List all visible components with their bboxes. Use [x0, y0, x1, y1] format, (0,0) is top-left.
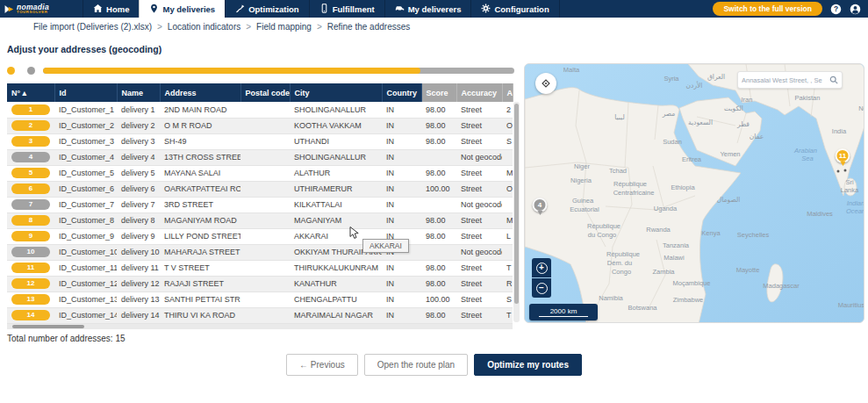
optimize-routes-button[interactable]: Optimize my routes — [474, 354, 582, 376]
table-row[interactable]: 7ID_Customer_7delivery 73RD STREETKILKAT… — [7, 197, 513, 212]
cell-country: IN — [382, 291, 421, 307]
tab-my-deliveries[interactable]: My deliveries — [139, 0, 225, 18]
car-icon — [395, 4, 405, 15]
cell-score: 98.00 — [421, 133, 456, 149]
cell-extra — [502, 149, 513, 165]
switch-full-version-button[interactable]: Switch to the full version — [713, 2, 822, 16]
table-row[interactable]: 4ID_Customer_4delivery 413TH CROSS STREE… — [7, 149, 513, 165]
column-header-id[interactable]: Id — [54, 83, 117, 102]
map-search-input[interactable] — [742, 76, 829, 84]
cluster-marker[interactable]: 11 — [836, 148, 850, 163]
table-row[interactable]: 3ID_Customer_3delivery 3SH-49UTHANDIIN98… — [7, 133, 513, 149]
row-number-badge: 1 — [11, 104, 50, 115]
breadcrumb-item[interactable]: Refine the addresses — [327, 22, 411, 32]
table-row[interactable]: 11ID_Customer_11delivery 11T V STREETTHI… — [7, 260, 513, 276]
address-dot-marker[interactable] — [844, 169, 847, 172]
cell-score: 98.00 — [421, 212, 456, 228]
column-header-postal-code[interactable]: Postal code — [240, 83, 290, 102]
row-number-badge: 5 — [11, 168, 50, 178]
breadcrumb-item[interactable]: File import (Deliveries (2).xlsx) — [33, 22, 152, 32]
row-number-badge: 2 — [11, 120, 50, 131]
column-header-accuracy[interactable]: Accuracy — [456, 83, 502, 102]
cell-city: SHOLINGANALLUR — [290, 149, 382, 165]
help-icon[interactable]: ? — [830, 4, 842, 15]
table-row[interactable]: 14ID_Customer_14delivery 14THIRU VI KA R… — [7, 307, 513, 323]
tab-fulfillment[interactable]: Fulfillment — [309, 0, 384, 18]
table-row[interactable]: 12ID_Customer_12delivery 12RAJAJI STREET… — [7, 276, 513, 291]
cell-score: 98.00 — [421, 228, 456, 244]
column-header-name[interactable]: Name — [117, 83, 160, 102]
geocoding-progress — [7, 67, 514, 75]
column-header-country[interactable]: Country — [382, 83, 421, 102]
cell-id: ID_Customer_11 — [54, 260, 117, 276]
cell-name: delivery 2 — [117, 118, 160, 133]
column-header-n-[interactable]: N° ▴ — [7, 83, 54, 102]
table-horizontal-scrollbar[interactable] — [7, 324, 513, 329]
cell-score: 98.00 — [421, 260, 456, 276]
cluster-marker[interactable]: 4 — [533, 198, 548, 212]
tab-optimization[interactable]: Optimization — [225, 0, 309, 18]
tab-configuration[interactable]: Configuration — [470, 0, 559, 18]
table-row[interactable]: 6ID_Customer_6delivery 6OARKATPATTEAI RO… — [7, 181, 513, 197]
cell-id: ID_Customer_7 — [54, 197, 117, 212]
cell-accuracy: Street — [456, 212, 502, 228]
map-zoom-in-button[interactable]: + — [532, 258, 551, 277]
table-row[interactable]: 5ID_Customer_5delivery 5MAYANA SALAIALAT… — [7, 165, 513, 181]
column-header-score[interactable]: Score — [421, 83, 456, 102]
cell-id: ID_Customer_8 — [54, 212, 117, 228]
tab-my-deliverers[interactable]: My deliverers — [384, 0, 471, 18]
map-zoom-out-button[interactable]: − — [532, 278, 551, 298]
table-row[interactable]: 13ID_Customer_13delivery 13SANTHI PETTAI… — [7, 291, 513, 307]
row-number-badge: 14 — [11, 310, 50, 320]
arrow-left-icon: ← — [299, 360, 308, 370]
tab-label: Home — [106, 4, 129, 14]
app-logo[interactable]: nomadia TOURSOLVER — [0, 0, 58, 18]
cell-address: MAGANIYAM ROAD — [160, 212, 240, 228]
cell-country: IN — [382, 276, 421, 291]
cell-tooltip: AKKARAI — [362, 239, 409, 253]
column-header-ad[interactable]: Ad — [502, 83, 513, 102]
cell-accuracy: Street — [456, 118, 502, 133]
previous-button[interactable]: ← Previous — [286, 354, 358, 376]
column-header-city[interactable]: City — [290, 83, 382, 102]
cell-city: UTHIRAMERUR — [290, 181, 382, 197]
cell-country: IN — [382, 197, 421, 212]
cell-postal — [240, 228, 290, 244]
table-row[interactable]: 8ID_Customer_8delivery 8MAGANIYAM ROADMA… — [7, 212, 513, 228]
cell-address: SANTHI PETTAI STREET — [160, 291, 240, 307]
cell-accuracy: Street — [456, 260, 502, 276]
row-number-badge: 10 — [11, 247, 50, 257]
map[interactable]: MaltaSyriaالعراقالأردنIranPakistanالكويت… — [524, 63, 864, 323]
breadcrumb-item[interactable]: Field mapping — [256, 22, 312, 32]
cell-id: ID_Customer_9 — [54, 228, 117, 244]
open-route-plan-button[interactable]: Open the route plan — [364, 354, 468, 376]
column-header-address[interactable]: Address — [160, 83, 240, 102]
tab-home[interactable]: Home — [82, 0, 139, 18]
map-search-box — [737, 71, 843, 89]
tab-label: My deliveries — [162, 4, 215, 14]
cell-extra: M — [502, 212, 513, 228]
cell-score: 98.00 — [421, 165, 456, 181]
cell-country: IN — [382, 307, 421, 323]
cell-postal — [240, 276, 290, 291]
cell-id: ID_Customer_12 — [54, 276, 117, 291]
cell-id: ID_Customer_3 — [54, 133, 117, 149]
table-row[interactable]: 10ID_Customer_10delivery 10MAHARAJA STRE… — [7, 244, 513, 260]
table-row[interactable]: 2ID_Customer_2delivery 2O M R ROADKOOTHA… — [7, 118, 513, 133]
breadcrumb-item[interactable]: Location indicators — [168, 22, 240, 32]
row-number-badge: 4 — [11, 152, 50, 162]
cell-accuracy: Street — [456, 291, 502, 307]
table-row[interactable]: 1ID_Customer_1delivery 12ND MAIN ROADSHO… — [7, 102, 513, 118]
row-number-badge: 9 — [11, 231, 50, 241]
cell-accuracy: Street — [456, 307, 502, 323]
cell-score: 98.00 — [421, 102, 456, 118]
address-dot-marker[interactable] — [837, 170, 840, 173]
map-locate-button[interactable] — [535, 73, 556, 94]
table-vertical-scrollbar[interactable] — [513, 102, 520, 322]
cell-name: delivery 14 — [117, 307, 160, 323]
cell-address: MAYANA SALAI — [160, 165, 240, 181]
cell-city: MAGANIYAM — [290, 212, 382, 228]
table-row[interactable]: 9ID_Customer_9delivery 9LILLY POND STREE… — [7, 228, 513, 244]
cell-city: THIRUKKALUKUNRAM — [290, 260, 382, 276]
account-icon[interactable] — [850, 4, 861, 15]
